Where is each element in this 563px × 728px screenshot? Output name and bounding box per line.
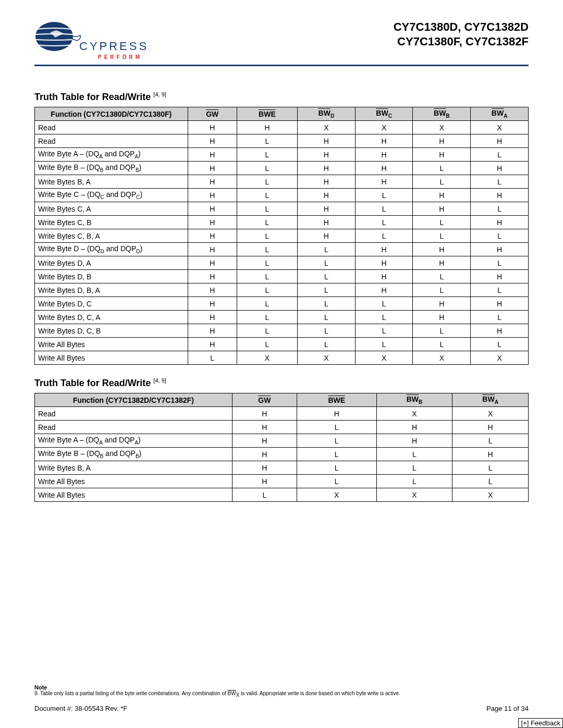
cell-bwd: H bbox=[297, 162, 355, 175]
cell-bwd: L bbox=[297, 270, 355, 283]
cell-bwc: L bbox=[355, 202, 413, 216]
table-row: Write Bytes C, B, AHLHLLL bbox=[35, 229, 529, 243]
cell-bwb: L bbox=[376, 461, 452, 475]
cell-bwb: H bbox=[413, 202, 471, 216]
cell-function: Write Bytes D, A bbox=[35, 256, 188, 270]
cell-bwe: H bbox=[297, 407, 376, 421]
table-row: Write Bytes B, AHLHHLL bbox=[35, 175, 529, 189]
cell-bwe: L bbox=[297, 475, 376, 488]
table-row: Write All BytesLXXXXX bbox=[35, 351, 529, 365]
cell-bwd: L bbox=[297, 256, 355, 270]
table-header-row: Function (CY7C1380D/CY7C1380F) GW BWE BW… bbox=[35, 107, 529, 121]
cell-bwb: H bbox=[413, 148, 471, 162]
cell-bwe: L bbox=[297, 421, 376, 434]
cell-function: Write Bytes D, B, A bbox=[35, 283, 188, 297]
table-row: ReadHLHH bbox=[35, 421, 529, 434]
document-number: Document #: 38-05543 Rev. *F bbox=[34, 705, 127, 712]
truth-table-1: Function (CY7C1380D/CY7C1380F) GW BWE BW… bbox=[34, 107, 529, 365]
cell-bwb: L bbox=[413, 283, 471, 297]
cell-function: Write Byte A – (DQA and DQPA) bbox=[35, 434, 232, 448]
cell-bwc: L bbox=[355, 311, 413, 324]
cell-bwc: H bbox=[355, 270, 413, 283]
table-row: Write Byte A – (DQA and DQPA)HLHL bbox=[35, 434, 529, 448]
cell-bwb: X bbox=[413, 121, 471, 134]
cell-bwe: L bbox=[237, 189, 297, 202]
cell-bwc: H bbox=[355, 162, 413, 175]
cell-bwa: H bbox=[452, 421, 529, 434]
cell-bwa: H bbox=[471, 162, 529, 175]
cell-bwd: L bbox=[297, 324, 355, 338]
cell-function: Write All Bytes bbox=[35, 488, 232, 502]
table-row: Write Bytes C, AHLHLHL bbox=[35, 202, 529, 216]
cell-bwe: L bbox=[297, 461, 376, 475]
cell-bwa: H bbox=[471, 297, 529, 311]
col-bwa: BWA bbox=[452, 393, 529, 407]
page-number: Page 11 of 34 bbox=[486, 705, 529, 712]
cell-bwd: X bbox=[297, 351, 355, 365]
cell-function: Read bbox=[35, 407, 232, 421]
cell-gw: H bbox=[188, 229, 237, 243]
table-row: Write Bytes D, B, AHLLHLL bbox=[35, 283, 529, 297]
cell-bwa: X bbox=[452, 407, 529, 421]
logo-text: CYPRESS bbox=[79, 40, 149, 53]
cell-bwd: H bbox=[297, 148, 355, 162]
cell-gw: H bbox=[188, 256, 237, 270]
cell-gw: H bbox=[188, 134, 237, 148]
cell-bwb: H bbox=[376, 434, 452, 448]
col-bwb: BWB bbox=[376, 393, 452, 407]
footnote-ref-2: [4, 9] bbox=[153, 377, 166, 384]
cell-function: Write Byte B – (DQB and DQPB) bbox=[35, 162, 188, 175]
cell-bwa: X bbox=[452, 488, 529, 502]
cell-function: Write All Bytes bbox=[35, 475, 232, 488]
table-row: Write Bytes C, BHLHLLH bbox=[35, 216, 529, 229]
cell-bwa: L bbox=[452, 475, 529, 488]
cell-bwb: H bbox=[376, 421, 452, 434]
cell-bwd: L bbox=[297, 297, 355, 311]
truth-table-2: Function (CY7C1382D/CY7C1382F) GW BWE BW… bbox=[34, 393, 529, 502]
section-title-2-text: Truth Table for Read/Write bbox=[34, 378, 153, 388]
cell-gw: H bbox=[188, 216, 237, 229]
cell-bwd: L bbox=[297, 311, 355, 324]
cell-bwa: L bbox=[471, 283, 529, 297]
page-footer: Document #: 38-05543 Rev. *F Page 11 of … bbox=[34, 705, 529, 712]
cell-bwb: H bbox=[413, 243, 471, 256]
cell-bwb: X bbox=[376, 407, 452, 421]
cell-function: Read bbox=[35, 121, 188, 134]
cell-function: Write Bytes B, A bbox=[35, 461, 232, 475]
cell-bwb: L bbox=[413, 216, 471, 229]
cell-bwa: H bbox=[471, 134, 529, 148]
cell-gw: H bbox=[188, 148, 237, 162]
col-bwb: BWB bbox=[413, 107, 471, 121]
cell-bwd: L bbox=[297, 338, 355, 351]
cell-function: Write Byte B – (DQB and DQPB) bbox=[35, 448, 232, 461]
cell-bwa: L bbox=[471, 311, 529, 324]
col-gw: GW bbox=[188, 107, 237, 121]
footnote-ref-1: [4, 9] bbox=[153, 91, 166, 97]
cell-function: Write Bytes C, B bbox=[35, 216, 188, 229]
cell-gw: L bbox=[232, 488, 297, 502]
feedback-button[interactable]: [+] Feedback bbox=[518, 718, 563, 728]
cell-bwc: L bbox=[355, 216, 413, 229]
cell-bwa: H bbox=[471, 324, 529, 338]
cell-bwd: L bbox=[297, 283, 355, 297]
col-bwe: BWE bbox=[297, 393, 376, 407]
cell-bwa: L bbox=[471, 175, 529, 189]
page-header: CYPRESS PERFORM CY7C1380D, CY7C1382D CY7… bbox=[34, 20, 529, 61]
cell-bwc: L bbox=[355, 297, 413, 311]
cell-bwe: L bbox=[237, 338, 297, 351]
cell-bwd: H bbox=[297, 202, 355, 216]
cell-bwa: H bbox=[471, 216, 529, 229]
table-row: ReadHHXX bbox=[35, 407, 529, 421]
cell-bwa: L bbox=[452, 434, 529, 448]
cell-bwa: L bbox=[471, 148, 529, 162]
cell-bwc: H bbox=[355, 283, 413, 297]
cell-bwd: H bbox=[297, 216, 355, 229]
cell-gw: H bbox=[232, 434, 297, 448]
cell-bwb: L bbox=[413, 338, 471, 351]
cell-gw: H bbox=[232, 421, 297, 434]
section-title-1-text: Truth Table for Read/Write bbox=[34, 92, 153, 102]
cell-function: Read bbox=[35, 134, 188, 148]
cell-gw: H bbox=[232, 475, 297, 488]
cell-bwe: L bbox=[237, 297, 297, 311]
cell-bwd: H bbox=[297, 229, 355, 243]
